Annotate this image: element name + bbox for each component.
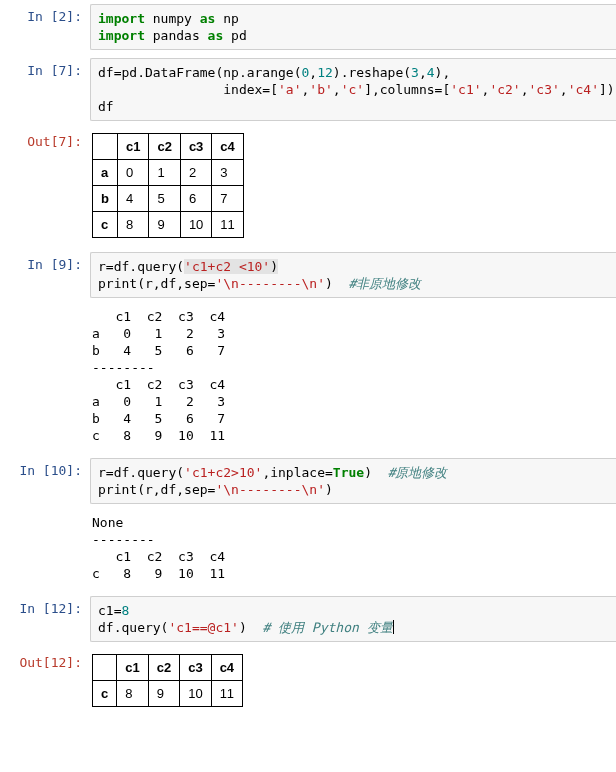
- text-cursor: [393, 620, 394, 634]
- kw-import: import: [98, 28, 145, 43]
- in-prompt-10: In [10]:: [0, 458, 90, 504]
- cell-in-10: In [10]: r=df.query('c1+c2>10',inplace=T…: [0, 454, 616, 508]
- table-row: c 8 9 10 11: [93, 681, 243, 707]
- cell-in-2: In [2]: import numpy as np import pandas…: [0, 0, 616, 54]
- out-prompt-7: Out[7]:: [0, 129, 90, 244]
- comment: #非原地修改: [348, 276, 421, 291]
- kw-as: as: [200, 11, 216, 26]
- table-row: a 0 1 2 3: [93, 160, 244, 186]
- table-header: c1 c2 c3 c4: [93, 134, 244, 160]
- in-prompt-7: In [7]:: [0, 58, 90, 121]
- table-row: b 4 5 6 7: [93, 186, 244, 212]
- stdout-9: c1 c2 c3 c4 a 0 1 2 3 b 4 5 6 7 --------…: [90, 306, 616, 450]
- cell-in-9: In [9]: r=df.query('c1+c2 <10') print(r,…: [0, 248, 616, 302]
- table-row: c 8 9 10 11: [93, 212, 244, 238]
- cell-out-9: c1 c2 c3 c4 a 0 1 2 3 b 4 5 6 7 --------…: [0, 302, 616, 454]
- cell-out-12: Out[12]: c1 c2 c3 c4 c 8 9 10 11: [0, 646, 616, 717]
- cell-out-7: Out[7]: c1 c2 c3 c4 a 0 1 2 3 b 4 5 6: [0, 125, 616, 248]
- kw-true: True: [333, 465, 364, 480]
- cell-in-12: In [12]: c1=8 df.query('c1==@c1') # 使用 P…: [0, 592, 616, 646]
- code-input-9[interactable]: r=df.query('c1+c2 <10') print(r,df,sep='…: [90, 252, 616, 298]
- dataframe-table-12: c1 c2 c3 c4 c 8 9 10 11: [92, 654, 243, 707]
- code-input-12[interactable]: c1=8 df.query('c1==@c1') # 使用 Python 变量: [90, 596, 616, 642]
- cell-in-7: In [7]: df=pd.DataFrame(np.arange(0,12).…: [0, 54, 616, 125]
- kw-as: as: [208, 28, 224, 43]
- output-7: c1 c2 c3 c4 a 0 1 2 3 b 4 5 6 7 c 8: [90, 129, 616, 244]
- comment: # 使用 Python 变量: [262, 620, 392, 635]
- comment: #原地修改: [388, 465, 448, 480]
- cell-out-10: None -------- c1 c2 c3 c4 c 8 9 10 11: [0, 508, 616, 592]
- code-input-10[interactable]: r=df.query('c1+c2>10',inplace=True) #原地修…: [90, 458, 616, 504]
- empty-prompt: [0, 512, 90, 588]
- in-prompt-12: In [12]:: [0, 596, 90, 642]
- in-prompt-9: In [9]:: [0, 252, 90, 298]
- out-prompt-12: Out[12]:: [0, 650, 90, 713]
- empty-prompt: [0, 306, 90, 450]
- code-input-7[interactable]: df=pd.DataFrame(np.arange(0,12).reshape(…: [90, 58, 616, 121]
- dataframe-table-7: c1 c2 c3 c4 a 0 1 2 3 b 4 5 6 7 c 8: [92, 133, 244, 238]
- stdout-10: None -------- c1 c2 c3 c4 c 8 9 10 11: [90, 512, 616, 588]
- kw-import: import: [98, 11, 145, 26]
- in-prompt-2: In [2]:: [0, 4, 90, 50]
- code-input-2[interactable]: import numpy as np import pandas as pd: [90, 4, 616, 50]
- output-12: c1 c2 c3 c4 c 8 9 10 11: [90, 650, 616, 713]
- table-header: c1 c2 c3 c4: [93, 655, 243, 681]
